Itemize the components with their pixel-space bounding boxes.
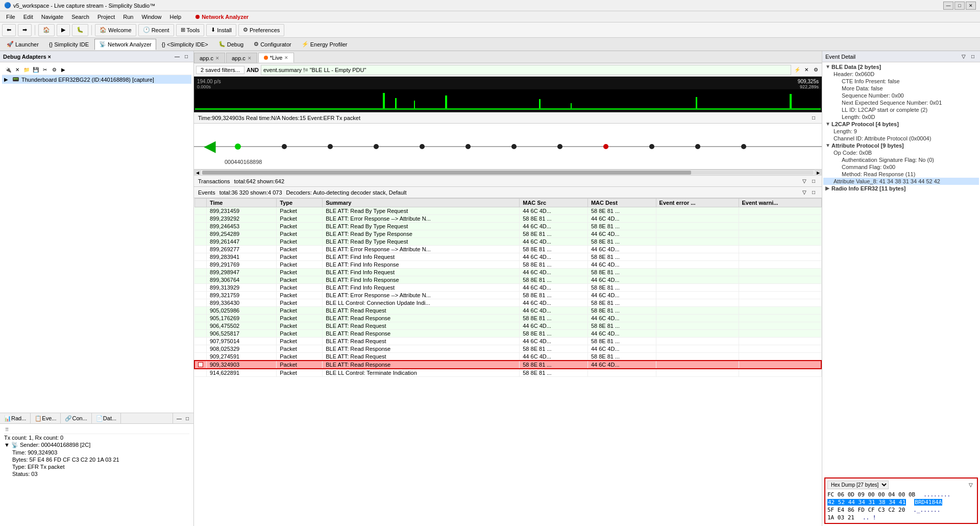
- events-table-container[interactable]: Time Type Summary MAC Src MAC Dest Event…: [194, 198, 822, 526]
- filter-apply-button[interactable]: ⚡: [793, 66, 801, 74]
- col-summary[interactable]: Summary: [323, 199, 520, 207]
- close-button[interactable]: ✕: [966, 2, 976, 10]
- tab-app-c-1[interactable]: app.c ✕: [194, 53, 225, 63]
- menu-navigate[interactable]: Navigate: [37, 13, 67, 21]
- table-row[interactable]: 909,324903PacketBLE ATT: Read Response58…: [194, 361, 821, 369]
- menu-file[interactable]: File: [2, 13, 19, 21]
- table-row[interactable]: 899,239292PacketBLE ATT: Error Response …: [194, 215, 821, 223]
- bottom-panel-min[interactable]: —: [175, 414, 183, 422]
- col-mac-dest[interactable]: MAC Dest: [587, 199, 656, 207]
- menu-run[interactable]: Run: [119, 13, 137, 21]
- run-button[interactable]: ▶: [57, 24, 70, 36]
- event-detail-collapse-button[interactable]: ▽: [960, 53, 968, 61]
- tab-close-live[interactable]: ✕: [284, 55, 288, 60]
- tab-dat[interactable]: 📄 Dat...: [92, 413, 121, 423]
- tree-btn-4[interactable]: 💾: [32, 65, 40, 74]
- event-detail-maximize-button[interactable]: □: [969, 53, 977, 61]
- install-button[interactable]: ⬇ Install: [206, 24, 236, 36]
- event-header-expand[interactable]: □: [810, 114, 818, 122]
- bottom-panel-max[interactable]: □: [183, 414, 191, 422]
- table-row[interactable]: 899,261447PacketBLE ATT: Read By Type Re…: [194, 238, 821, 246]
- table-row[interactable]: 899,246453PacketBLE ATT: Read By Type Re…: [194, 223, 821, 230]
- menu-project[interactable]: Project: [93, 13, 119, 21]
- saved-filters-button[interactable]: 2 saved filters...: [196, 66, 244, 74]
- transactions-collapse-button[interactable]: ▽: [800, 177, 808, 185]
- transactions-maximize-button[interactable]: □: [810, 177, 818, 185]
- events-maximize-button[interactable]: □: [810, 188, 818, 197]
- home-button[interactable]: 🏠: [38, 24, 55, 36]
- preferences-button[interactable]: ⚙ Preferences: [238, 24, 284, 36]
- table-row[interactable]: 899,269277PacketBLE ATT: Error Response …: [194, 246, 821, 253]
- scroll-left-button[interactable]: ◀: [194, 170, 201, 176]
- filter-clear-button[interactable]: ✕: [802, 66, 811, 74]
- tree-btn-3[interactable]: 📁: [22, 65, 31, 74]
- maximize-button[interactable]: □: [954, 2, 965, 10]
- table-row[interactable]: 899,298947PacketBLE ATT: Find Info Reque…: [194, 269, 821, 276]
- table-row[interactable]: 899,254289PacketBLE ATT: Read By Type Re…: [194, 230, 821, 238]
- table-row[interactable]: 899,336430PacketBLE LL Control: Connecti…: [194, 299, 821, 307]
- table-row[interactable]: 905,025986PacketBLE ATT: Read Request44 …: [194, 307, 821, 315]
- section-l2cap[interactable]: ▼ L2CAP Protocol [4 bytes]: [823, 121, 979, 128]
- tab-close-1[interactable]: ✕: [215, 56, 219, 61]
- welcome-button[interactable]: 🏠 Welcome: [95, 24, 136, 36]
- tab-app-c-2[interactable]: app.c ✕: [226, 53, 257, 63]
- tree-btn-5[interactable]: ✂: [41, 65, 49, 74]
- perspective-launcher[interactable]: 🚀 Launcher: [2, 39, 43, 50]
- menu-search[interactable]: Search: [67, 13, 93, 21]
- perspective-network-analyzer[interactable]: 📡 Network Analyzer: [94, 39, 156, 50]
- back-button[interactable]: ⬅: [2, 24, 16, 36]
- menu-help[interactable]: Help: [166, 13, 186, 21]
- h-scrollbar[interactable]: ◀ ▶: [194, 170, 822, 176]
- hex-format-select[interactable]: Hex Dump [27 bytes]: [827, 481, 889, 489]
- perspective-debug[interactable]: 🐛 Debug: [214, 39, 248, 50]
- tab-close-2[interactable]: ✕: [248, 56, 252, 61]
- tab-rad[interactable]: 📊 Rad...: [0, 413, 31, 423]
- tab-live[interactable]: *Live ✕: [258, 53, 294, 63]
- forward-button[interactable]: ➡: [18, 24, 32, 36]
- tab-con[interactable]: 🔗 Con...: [61, 413, 91, 423]
- perspective-energy-profiler[interactable]: ⚡ Energy Profiler: [297, 39, 352, 50]
- table-row[interactable]: 899,291769PacketBLE ATT: Find Info Respo…: [194, 261, 821, 269]
- table-row[interactable]: 899,306764PacketBLE ATT: Find Info Respo…: [194, 276, 821, 284]
- hex-expand-button[interactable]: ▽: [967, 481, 975, 489]
- table-row[interactable]: 914,622891PacketBLE LL Control: Terminat…: [194, 369, 821, 377]
- col-event-error[interactable]: Event error ...: [656, 199, 739, 207]
- table-row[interactable]: 899,283941PacketBLE ATT: Find Info Reque…: [194, 253, 821, 261]
- tools-button[interactable]: ⊞ Tools: [176, 24, 205, 36]
- menu-window[interactable]: Window: [137, 13, 165, 21]
- table-row[interactable]: 899,231459PacketBLE ATT: Read By Type Re…: [194, 207, 821, 215]
- scroll-thumb[interactable]: [202, 171, 691, 175]
- perspective-simplicity-ide-2[interactable]: {} <Simplicity IDE>: [157, 39, 213, 50]
- scroll-right-button[interactable]: ▶: [815, 170, 822, 176]
- tree-btn-1[interactable]: 🔌: [4, 65, 12, 74]
- table-row[interactable]: 899,321759PacketBLE ATT: Error Response …: [194, 292, 821, 299]
- minimize-button[interactable]: —: [943, 2, 953, 10]
- maximize-panel-button[interactable]: □: [182, 53, 190, 61]
- section-ble-data[interactable]: ▼ BLE Data [2 bytes]: [823, 63, 979, 70]
- table-row[interactable]: 908,025329PacketBLE ATT: Read Response58…: [194, 345, 821, 353]
- col-mac-src[interactable]: MAC Src: [520, 199, 588, 207]
- section-radio-info[interactable]: ▶ Radio Info EFR32 [11 bytes]: [823, 185, 979, 192]
- filter-settings-button[interactable]: ⚙: [812, 66, 820, 74]
- tree-btn-2[interactable]: ✕: [13, 65, 21, 74]
- col-event-warn[interactable]: Event warni...: [739, 199, 821, 207]
- tree-btn-6[interactable]: ⚙: [50, 65, 58, 74]
- minimize-panel-button[interactable]: —: [173, 53, 181, 61]
- window-controls[interactable]: — □ ✕: [943, 2, 976, 10]
- tree-btn-7[interactable]: ▶: [59, 65, 67, 74]
- recent-button[interactable]: 🕐 Recent: [138, 24, 174, 36]
- perspective-configurator[interactable]: ⚙ Configurator: [249, 39, 296, 50]
- menu-edit[interactable]: Edit: [19, 13, 37, 21]
- table-row[interactable]: 909,274591PacketBLE ATT: Read Request44 …: [194, 353, 821, 361]
- perspective-simplicity-ide[interactable]: {} Simplicity IDE: [44, 39, 93, 50]
- filter-input[interactable]: [261, 65, 791, 75]
- table-row[interactable]: 906,475502PacketBLE ATT: Read Request44 …: [194, 322, 821, 330]
- debug-button[interactable]: 🐛: [72, 24, 88, 36]
- tab-eve[interactable]: 📋 Eve...: [31, 413, 61, 423]
- col-time[interactable]: Time: [207, 199, 277, 207]
- col-type[interactable]: Type: [277, 199, 323, 207]
- section-att[interactable]: ▼ Attribute Protocol [9 bytes]: [823, 142, 979, 149]
- table-row[interactable]: 905,176269PacketBLE ATT: Read Response58…: [194, 315, 821, 322]
- table-row[interactable]: 906,525817PacketBLE ATT: Read Response58…: [194, 330, 821, 338]
- tree-item-thunderboard[interactable]: ▶ 📟 Thunderboard EFR32BG22 (ID:440168898…: [2, 75, 191, 84]
